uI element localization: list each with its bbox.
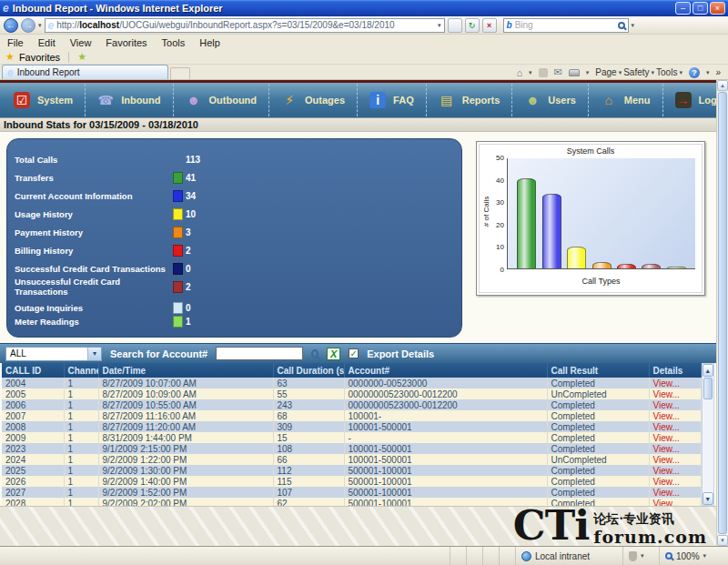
column-header[interactable]: Channel: [64, 363, 98, 378]
table-row[interactable]: 2007 1 8/27/2009 11:16:00 AM 68 100001- …: [2, 410, 701, 421]
page-scrollbar-thumb[interactable]: [718, 92, 727, 534]
menu-item[interactable]: Edit: [38, 37, 56, 48]
table-row[interactable]: 2005 1 8/27/2009 10:09:00 AM 55 00000000…: [2, 388, 701, 399]
favorites-button[interactable]: Favorites: [19, 52, 60, 63]
back-button[interactable]: ←: [4, 18, 18, 33]
table-row[interactable]: 2026 1 9/2/2009 1:40:00 PM 115 500001-10…: [2, 476, 701, 487]
view-details-link[interactable]: View...: [649, 388, 701, 399]
table-row[interactable]: 2028 1 9/2/2009 2:02:00 PM 62 500001-100…: [2, 498, 701, 506]
nav-button[interactable]: ⚡ Outages: [269, 84, 358, 116]
scrollbar-thumb[interactable]: [703, 378, 713, 399]
menu-item[interactable]: Favorites: [106, 37, 147, 48]
export-details-checkbox[interactable]: ✓: [349, 348, 359, 358]
command-menu-item[interactable]: Tools▾: [656, 67, 682, 77]
view-details-link[interactable]: View...: [649, 487, 701, 498]
cell-duration: 62: [273, 498, 344, 506]
stat-row: Successful Credit Card Transactions 0: [15, 259, 207, 277]
view-details-link[interactable]: View...: [649, 399, 701, 410]
view-details-link[interactable]: View...: [649, 443, 701, 454]
menu-item[interactable]: Help: [199, 37, 220, 48]
column-header[interactable]: Details: [649, 363, 701, 378]
forward-button[interactable]: →: [21, 18, 35, 33]
chart-bar: [592, 262, 612, 268]
bing-icon: b: [507, 20, 512, 30]
tab-inbound-report[interactable]: e Inbound Report: [2, 65, 168, 79]
nav-button[interactable]: ☻ Users: [512, 84, 589, 116]
compatibility-view-button[interactable]: [448, 18, 462, 33]
page-scroll-down-icon[interactable]: ▼: [717, 535, 728, 546]
nav-button[interactable]: ☻ Outbound: [174, 84, 270, 116]
url-field[interactable]: e http://localhost/UOCGui/webgui/Inbound…: [45, 18, 445, 33]
print-icon[interactable]: [569, 69, 580, 76]
view-details-link[interactable]: View...: [649, 432, 701, 443]
view-details-link[interactable]: View...: [649, 476, 701, 487]
history-dropdown-icon[interactable]: ▾: [38, 22, 42, 29]
menu-item[interactable]: File: [7, 37, 24, 48]
chart-title: System Calls: [477, 146, 704, 156]
view-details-link[interactable]: View...: [649, 454, 701, 465]
mail-icon[interactable]: ✉: [554, 66, 562, 78]
page-scroll-up-icon[interactable]: ▲: [717, 80, 728, 91]
filter-dropdown[interactable]: ALL ▾: [5, 347, 102, 361]
nav-button[interactable]: ☎ Inbound: [86, 84, 173, 116]
new-tab-stub[interactable]: [170, 67, 190, 79]
scroll-up-icon[interactable]: ▲: [703, 364, 714, 377]
nav-button[interactable]: ☑ System: [2, 84, 86, 116]
nav-button[interactable]: ⌂ Menu: [589, 84, 663, 116]
view-details-link[interactable]: View...: [649, 410, 701, 421]
table-row[interactable]: 2025 1 9/2/2009 1:30:00 PM 112 500001-10…: [2, 465, 701, 476]
minimize-button[interactable]: –: [675, 2, 691, 15]
add-favorite-icon[interactable]: ★: [77, 51, 86, 63]
page-scrollbar[interactable]: ▲ ▼: [716, 80, 728, 546]
view-details-link[interactable]: View...: [649, 498, 701, 506]
stat-row: Transfers 41: [15, 168, 207, 187]
help-dropdown-icon[interactable]: ▾: [706, 69, 710, 76]
refresh-button[interactable]: ↻: [465, 18, 480, 33]
menu-item[interactable]: Tools: [162, 37, 186, 48]
stop-button[interactable]: ×: [482, 18, 497, 33]
table-row[interactable]: 2024 1 9/2/2009 1:22:00 PM 66 100001-500…: [2, 454, 701, 465]
table-scrollbar[interactable]: ▲ ▼: [702, 363, 715, 506]
scroll-down-icon[interactable]: ▼: [703, 492, 714, 505]
home-dropdown-icon[interactable]: ▾: [529, 69, 532, 76]
command-menu-item[interactable]: Safety▾: [623, 67, 654, 77]
account-search-input[interactable]: [216, 347, 303, 360]
table-row[interactable]: 2009 1 8/31/2009 1:44:00 PM 15 - Complet…: [2, 432, 701, 443]
table-row[interactable]: 2006 1 8/27/2009 10:55:00 AM 243 0000000…: [2, 399, 701, 410]
overflow-chevron-icon[interactable]: »: [715, 67, 721, 77]
table-row[interactable]: 2027 1 9/2/2009 1:52:00 PM 107 500001-10…: [2, 487, 701, 498]
table-row[interactable]: 2004 1 8/27/2009 10:07:00 AM 63 0000000-…: [2, 378, 701, 388]
view-details-link[interactable]: View...: [649, 421, 701, 432]
column-header[interactable]: CALL ID: [2, 363, 64, 378]
zoom-control[interactable]: 100% ▾: [659, 547, 728, 565]
table-row[interactable]: 2023 1 9/1/2009 2:15:00 PM 108 100001-50…: [2, 443, 701, 454]
search-icon[interactable]: [618, 22, 625, 29]
close-button[interactable]: ×: [710, 2, 725, 15]
stat-label: Outage Inquiries: [15, 303, 173, 313]
column-header[interactable]: Call Duration (sec): [273, 363, 344, 378]
column-header[interactable]: Call Result: [547, 363, 649, 378]
column-header[interactable]: Account#: [344, 363, 547, 378]
account-search-icon[interactable]: [311, 349, 318, 358]
excel-export-icon[interactable]: X: [327, 348, 340, 360]
view-details-link[interactable]: View...: [649, 465, 701, 476]
bing-search-box[interactable]: b Bing: [503, 18, 629, 33]
restore-button[interactable]: □: [693, 2, 708, 15]
column-header[interactable]: Date/Time: [98, 363, 273, 378]
search-dropdown-icon[interactable]: ▾: [632, 22, 635, 29]
cell-datetime: 8/31/2009 1:44:00 PM: [98, 432, 273, 443]
cell-datetime: 9/2/2009 1:22:00 PM: [98, 454, 273, 465]
feed-icon[interactable]: [539, 68, 548, 77]
view-details-link[interactable]: View...: [649, 378, 701, 388]
protected-mode-cell[interactable]: ▾: [622, 547, 659, 565]
nav-button[interactable]: ▤ Reports: [427, 84, 513, 116]
y-tick-label: 50: [496, 154, 504, 162]
command-menu-item[interactable]: Page▾: [595, 67, 622, 77]
table-row[interactable]: 2008 1 8/27/2009 11:20:00 AM 309 100001-…: [2, 421, 701, 432]
help-icon[interactable]: ?: [689, 67, 700, 78]
nav-button[interactable]: i FAQ: [358, 84, 427, 116]
menu-item[interactable]: View: [70, 37, 92, 48]
url-dropdown-icon[interactable]: ▾: [438, 22, 441, 29]
home-icon[interactable]: ⌂: [516, 67, 522, 78]
print-dropdown-icon[interactable]: ▾: [586, 69, 590, 76]
